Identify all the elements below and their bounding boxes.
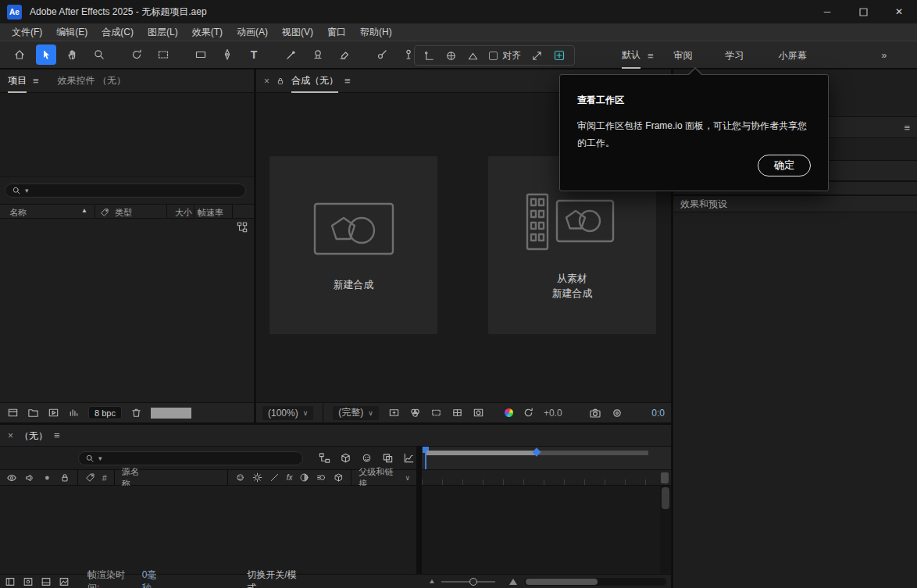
menu-help[interactable]: 帮助(H) [353,23,399,41]
horizontal-scroll-handle[interactable] [526,579,598,585]
menu-layer[interactable]: 图层(L) [141,23,185,41]
timeline-tab-close-icon[interactable]: × [8,431,13,440]
zoom-tool[interactable] [89,45,109,65]
work-area-bar-end[interactable] [539,451,648,455]
popup-ok-button[interactable]: 确定 [758,155,811,176]
take-snapshot-button[interactable] [589,407,601,419]
motion-blur-column-icon[interactable] [316,472,326,483]
timeline-ruler[interactable] [422,447,671,469]
timeline-zoom-knob[interactable] [469,578,477,586]
magnification-dropdown[interactable]: (100%)∨ [262,406,313,420]
project-panel-menu-icon[interactable]: ≡ [33,76,39,86]
menu-effect[interactable]: 效果(T) [185,23,230,41]
clone-stamp-tool[interactable] [308,45,328,65]
eraser-tool[interactable] [334,45,355,65]
tab-effect-controls[interactable]: 效果控件 （无） [58,74,126,87]
panel-menu-icon[interactable]: ≡ [904,123,910,133]
menu-file[interactable]: 文件(F) [5,23,49,41]
project-settings-button[interactable] [68,407,80,419]
lock-icon[interactable] [276,77,285,86]
timeline-panel-menu-icon[interactable]: ≡ [54,430,60,440]
color-management-icon[interactable] [505,408,513,417]
3d-layer-column-icon[interactable] [334,472,344,483]
axis-mode-world-button[interactable] [445,50,457,62]
menu-composition[interactable]: 合成(C) [95,23,141,41]
collapse-transforms-icon[interactable] [252,472,262,483]
lock-icon[interactable] [59,472,70,483]
audio-icon[interactable] [24,472,35,483]
sort-ascending-icon[interactable]: ▲ [81,207,87,214]
axis-mode-local-button[interactable] [423,50,435,62]
workspace-learn[interactable]: 学习 [726,42,744,69]
eye-icon[interactable] [6,472,17,483]
quality-icon[interactable] [269,472,280,483]
selection-tool[interactable] [36,45,56,65]
mini-flowchart-button[interactable] [319,452,330,464]
bit-depth-button[interactable]: 8 bpc [88,406,122,419]
timeline-split-divider[interactable] [416,447,422,574]
brush-tool[interactable] [281,45,302,65]
menu-animation[interactable]: 动画(A) [230,23,275,41]
workspace-review[interactable]: 审阅 [674,42,693,69]
column-number[interactable]: # [102,473,107,483]
timeline-search-input[interactable]: ▾ [78,451,303,465]
fx-column-icon[interactable]: fx [287,473,293,482]
menu-window[interactable]: 窗口 [320,23,353,41]
home-button[interactable] [9,45,30,65]
workspace-small-screen[interactable]: 小屏幕 [779,42,807,69]
type-tool[interactable]: T [244,45,264,65]
region-of-interest-button[interactable] [430,407,442,419]
workspace-overflow-button[interactable]: » [882,42,887,69]
timeline-zoom-slider[interactable] [441,581,495,583]
exposure-value[interactable]: +0.0 [544,408,562,419]
work-area-bar[interactable] [426,451,537,455]
close-button[interactable]: ✕ [881,0,917,23]
menu-edit[interactable]: 编辑(E) [49,23,95,41]
toggle-transfer-pane-button[interactable] [23,576,34,587]
mask-visibility-button[interactable] [473,407,484,419]
column-type[interactable]: 类型 [115,207,132,219]
pen-tool[interactable] [217,45,237,65]
timeline-vertical-scrollbar[interactable] [660,486,671,574]
camera-tool[interactable] [153,45,173,65]
frame-blend-button[interactable] [382,452,394,464]
current-time-display[interactable]: 0:0 [651,408,665,419]
roto-brush-tool[interactable] [372,45,392,65]
ruler-zoom-handle[interactable] [661,472,669,483]
transparency-grid-button[interactable] [451,407,463,419]
frame-blend-column-icon[interactable] [299,472,309,483]
snap-checkbox[interactable] [489,52,498,60]
project-flowchart-icon[interactable] [237,222,248,233]
rectangle-tool[interactable] [191,45,211,65]
column-framerate[interactable]: 帧速率 [198,207,223,219]
toggle-layer-pane-button[interactable] [5,576,16,587]
new-folder-button[interactable] [27,407,39,419]
column-name[interactable]: 名称 [9,207,27,219]
project-search-input[interactable]: ▾ [5,184,246,198]
tab-composition[interactable]: 合成（无） [291,69,338,93]
axis-mode-view-button[interactable] [467,50,479,62]
tab-project[interactable]: 项目 [8,69,27,93]
workspace-menu-icon[interactable]: ≡ [648,51,654,61]
zoom-in-mountain-icon[interactable] [509,579,517,585]
timeline-layer-list[interactable] [0,486,416,574]
shy-layers-button[interactable] [361,452,373,464]
toggle-switches-modes-button[interactable]: 切换开关/模式 [247,568,303,588]
rotate-tool[interactable] [127,45,147,65]
new-composition-card[interactable]: 新建合成 [269,156,437,334]
channels-button[interactable] [409,407,421,419]
workspace-default[interactable]: 默认 [622,42,640,69]
snap-toggle[interactable]: 对齐 [489,49,521,62]
menu-view[interactable]: 视图(V) [275,23,320,41]
minimize-button[interactable]: ─ [809,0,845,23]
zoom-out-mountain-icon[interactable] [430,579,434,583]
gizmo-button[interactable] [553,49,566,62]
hand-tool[interactable] [62,45,83,65]
tab-timeline[interactable]: （无） [20,425,48,447]
interpret-footage-button[interactable] [7,407,19,419]
composition-tab-close-icon[interactable]: × [264,77,269,86]
safe-frames-button[interactable] [388,407,400,419]
composition-panel-menu-icon[interactable]: ≡ [344,76,351,86]
reset-exposure-button[interactable] [523,407,534,419]
timeline-horizontal-scrollbar[interactable] [524,578,666,586]
